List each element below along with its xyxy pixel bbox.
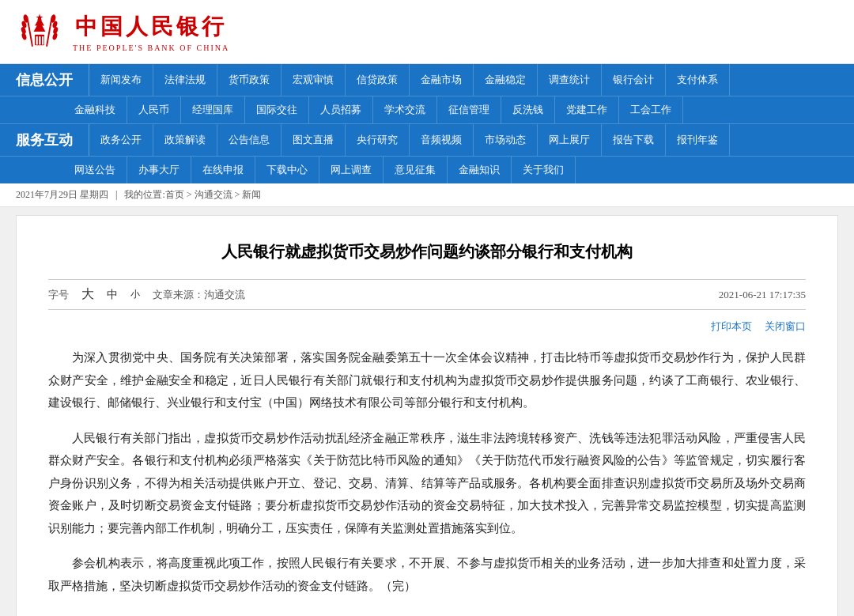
- logo-cn: 中国人民银行: [75, 12, 227, 42]
- source-value: 沟通交流: [204, 289, 245, 300]
- nav-item-fintech[interactable]: 金融科技: [63, 96, 127, 123]
- logo-text: 中国人民银行 THE PEOPLE'S BANK OF CHINA: [73, 12, 229, 52]
- nav-item-online-hall[interactable]: 网上展厅: [538, 124, 602, 156]
- logo-container: 中国人民银行 THE PEOPLE'S BANK OF CHINA: [16, 8, 229, 55]
- svg-point-9: [51, 32, 58, 40]
- article-actions: 打印本页 关闭窗口: [48, 319, 806, 334]
- logo-en: THE PEOPLE'S BANK OF CHINA: [73, 43, 229, 52]
- svg-rect-14: [39, 36, 40, 45]
- nav-row-3: 服务互动 政务公开 政策解读 公告信息 图文直播 央行研究 音频视频 市场动态 …: [0, 123, 854, 156]
- nav-row-2-items: 金融科技 人民币 经理国库 国际交往 人员招募 学术交流 征信管理 反洗钱 党建…: [63, 96, 854, 123]
- nav-item-fin-knowledge[interactable]: 金融知识: [448, 157, 512, 183]
- nav-item-accounting[interactable]: 银行会计: [602, 64, 666, 96]
- nav-item-aml[interactable]: 反洗钱: [501, 96, 555, 123]
- nav-section-label-3: 服务互动: [0, 124, 89, 156]
- nav-item-live[interactable]: 图文直播: [282, 124, 346, 156]
- nav-item-monetary[interactable]: 货币政策: [217, 64, 282, 96]
- article-paragraph-1: 为深入贯彻党中央、国务院有关决策部署，落实国务院金融委第五十一次全体会议精神，打…: [48, 346, 806, 414]
- nav-item-video[interactable]: 音频视频: [410, 124, 474, 156]
- nav-item-service-hall[interactable]: 办事大厅: [127, 157, 191, 183]
- svg-line-0: [28, 20, 32, 47]
- svg-rect-15: [42, 36, 43, 45]
- nav-item-union[interactable]: 工会工作: [619, 96, 683, 123]
- nav-item-online-apply[interactable]: 在线申报: [191, 157, 255, 183]
- nav-item-intl[interactable]: 国际交往: [245, 96, 309, 123]
- font-size-large[interactable]: 大: [81, 286, 94, 303]
- nav-item-macro[interactable]: 宏观审慎: [282, 64, 346, 96]
- nav-item-credit[interactable]: 信贷政策: [346, 64, 410, 96]
- nav-row-1-items: 新闻发布 法律法规 货币政策 宏观审慎 信贷政策 金融市场 金融稳定 调查统计 …: [89, 64, 854, 96]
- navigation: 信息公开 新闻发布 法律法规 货币政策 宏观审慎 信贷政策 金融市场 金融稳定 …: [0, 64, 854, 183]
- nav-section-label-1: 信息公开: [0, 64, 89, 96]
- nav-row-1: 信息公开 新闻发布 法律法规 货币政策 宏观审慎 信贷政策 金融市场 金融稳定 …: [0, 64, 854, 96]
- article-paragraph-2: 人民银行有关部门指出，虚拟货币交易炒作活动扰乱经济金融正常秩序，滋生非法跨境转移…: [48, 427, 806, 540]
- nav-item-market[interactable]: 金融市场: [410, 64, 474, 96]
- nav-item-feedback[interactable]: 意见征集: [384, 157, 448, 183]
- nav-item-download[interactable]: 下载中心: [255, 157, 319, 183]
- font-size-medium[interactable]: 中: [107, 288, 118, 302]
- nav-item-about[interactable]: 关于我们: [512, 157, 576, 183]
- breadcrumb-location: 我的位置:首页 > 沟通交流 > 新闻: [124, 189, 261, 200]
- breadcrumb-date: 2021年7月29日 星期四: [16, 189, 108, 200]
- nav-item-notice[interactable]: 网送公告: [63, 157, 127, 183]
- article-meta-left: 字号 大 中 小 文章来源：沟通交流: [48, 286, 245, 303]
- svg-line-5: [47, 20, 51, 47]
- site-header: 中国人民银行 THE PEOPLE'S BANK OF CHINA: [0, 0, 854, 64]
- article-container: 人民银行就虚拟货币交易炒作问题约谈部分银行和支付机构 字号 大 中 小 文章来源…: [16, 215, 838, 616]
- nav-item-recruit[interactable]: 人员招募: [309, 96, 373, 123]
- nav-item-academic[interactable]: 学术交流: [373, 96, 437, 123]
- nav-item-party[interactable]: 党建工作: [555, 96, 619, 123]
- nav-item-announcement[interactable]: 公告信息: [217, 124, 282, 156]
- source-label: 文章来源：: [153, 289, 204, 300]
- article-meta: 字号 大 中 小 文章来源：沟通交流 2021-06-21 17:17:35: [48, 279, 806, 310]
- svg-rect-13: [36, 36, 38, 45]
- nav-item-report-dl[interactable]: 报告下载: [602, 124, 666, 156]
- nav-item-survey[interactable]: 调查统计: [538, 64, 602, 96]
- nav-item-credit-mgmt[interactable]: 征信管理: [437, 96, 501, 123]
- article-date: 2021-06-21 17:17:35: [719, 289, 806, 301]
- pboc-logo-icon: [16, 8, 63, 55]
- nav-item-survey-online[interactable]: 网上调查: [319, 157, 384, 183]
- article-paragraph-3: 参会机构表示，将高度重视此项工作，按照人民银行有关要求，不开展、不参与虚拟货币相…: [48, 552, 806, 597]
- nav-row-2: 金融科技 人民币 经理国库 国际交往 人员招募 学术交流 征信管理 反洗钱 党建…: [0, 96, 854, 123]
- article-source: 文章来源：沟通交流: [153, 288, 245, 302]
- nav-item-research[interactable]: 央行研究: [346, 124, 410, 156]
- nav-row-4: 网送公告 办事大厅 在线申报 下载中心 网上调查 意见征集 金融知识 关于我们: [0, 156, 854, 183]
- nav-item-law[interactable]: 法律法规: [153, 64, 217, 96]
- print-button[interactable]: 打印本页: [711, 319, 752, 334]
- breadcrumb: 2021年7月29日 星期四 | 我的位置:首页 > 沟通交流 > 新闻: [0, 183, 854, 207]
- close-button[interactable]: 关闭窗口: [765, 319, 806, 334]
- nav-item-gov-open[interactable]: 政务公开: [89, 124, 153, 156]
- font-size-small[interactable]: 小: [130, 288, 140, 301]
- nav-item-policy-interp[interactable]: 政策解读: [153, 124, 217, 156]
- nav-item-rmb[interactable]: 人民币: [127, 96, 181, 123]
- nav-item-periodical[interactable]: 报刊年鉴: [666, 124, 730, 156]
- nav-item-news[interactable]: 新闻发布: [89, 64, 153, 96]
- nav-item-stability[interactable]: 金融稳定: [474, 64, 538, 96]
- nav-row-4-items: 网送公告 办事大厅 在线申报 下载中心 网上调查 意见征集 金融知识 关于我们: [63, 157, 854, 183]
- font-size-label: 字号: [48, 288, 69, 302]
- nav-item-treasury[interactable]: 经理国库: [181, 96, 245, 123]
- nav-item-market-dyn[interactable]: 市场动态: [474, 124, 538, 156]
- nav-row-3-items: 政务公开 政策解读 公告信息 图文直播 央行研究 音频视频 市场动态 网上展厅 …: [89, 124, 854, 156]
- nav-item-payment[interactable]: 支付体系: [666, 64, 730, 96]
- article-title: 人民银行就虚拟货币交易炒作问题约谈部分银行和支付机构: [48, 240, 806, 263]
- article-body: 为深入贯彻党中央、国务院有关决策部署，落实国务院金融委第五十一次全体会议精神，打…: [48, 346, 806, 597]
- svg-point-4: [21, 32, 27, 40]
